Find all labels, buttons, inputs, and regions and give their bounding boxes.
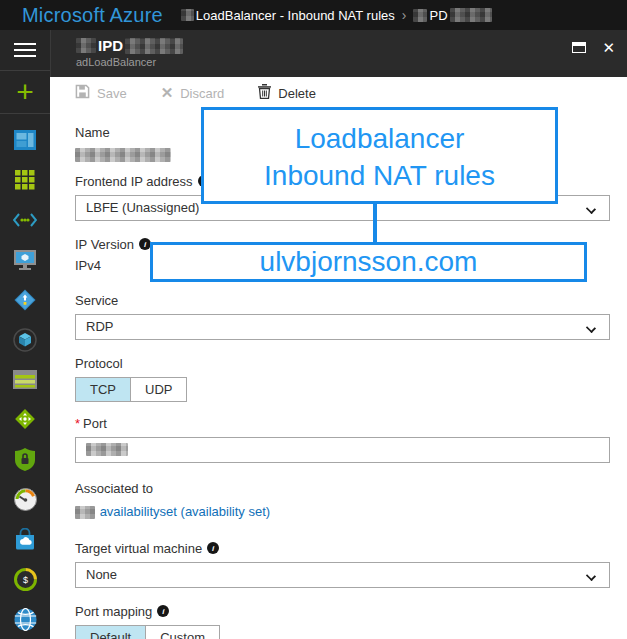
breadcrumb-current[interactable]: PD — [413, 8, 491, 23]
all-resources-grid-icon[interactable] — [0, 160, 50, 200]
command-bar: Save ✕ Discard Delete — [50, 77, 627, 109]
annotation-watermark: ulvbjornsson.com — [260, 246, 478, 277]
censored-block — [181, 9, 194, 21]
required-asterisk: * — [75, 416, 80, 431]
chevron-down-icon — [586, 322, 596, 332]
availability-set-link[interactable]: availabilityset (availability set) — [100, 504, 271, 519]
divider — [0, 113, 50, 114]
censored-block — [86, 443, 128, 456]
censored-block — [413, 9, 427, 22]
target-vm-select[interactable]: None — [75, 562, 610, 588]
trash-icon — [258, 84, 271, 102]
target-vm-label: Target virtual machine i — [75, 541, 610, 556]
blade-title: IPD — [76, 37, 627, 54]
menu-icon[interactable] — [0, 30, 50, 70]
top-bar: Microsoft Azure LoadBalancer - Inbound N… — [0, 0, 627, 30]
save-icon — [75, 84, 90, 102]
traffic-manager-diamond-icon[interactable] — [0, 399, 50, 439]
service-label: Service — [75, 293, 610, 308]
annotation-line2: Inbound NAT rules — [204, 157, 555, 194]
cost-management-icon[interactable]: $ — [0, 559, 50, 599]
port-input[interactable] — [75, 437, 610, 463]
censored-block — [450, 8, 492, 22]
security-center-shield-icon[interactable] — [0, 439, 50, 479]
port-mapping-label: Port mapping i — [75, 604, 610, 619]
dashboard-icon[interactable] — [0, 120, 50, 160]
censored-block — [75, 506, 95, 519]
discard-button[interactable]: ✕ Discard — [161, 84, 225, 102]
save-button[interactable]: Save — [75, 84, 127, 102]
protocol-toggle: TCP UDP — [75, 377, 187, 402]
svg-text:$: $ — [22, 575, 27, 585]
azure-brand[interactable]: Microsoft Azure — [22, 4, 163, 27]
chevron-down-icon — [586, 203, 596, 213]
virtual-machines-monitor-icon[interactable] — [0, 240, 50, 280]
annotation-connector-line — [373, 204, 377, 244]
cube-icon[interactable] — [0, 320, 50, 360]
sidebar: + $ — [0, 30, 50, 639]
subscriptions-window-icon[interactable] — [0, 360, 50, 400]
port-mapping-custom-button[interactable]: Custom — [145, 626, 219, 639]
breadcrumb: LoadBalancer - Inbound NAT rules › PD — [181, 7, 492, 23]
blade-header: IPD adLoadBalancer ✕ — [50, 30, 627, 77]
protocol-udp-button[interactable]: UDP — [130, 378, 186, 401]
annotation-watermark-box: ulvbjornsson.com — [150, 242, 587, 282]
info-icon[interactable]: i — [157, 605, 169, 617]
associated-to-value: availabilityset (availability set) — [75, 504, 610, 519]
maximize-icon[interactable] — [572, 42, 586, 53]
censored-block — [125, 38, 183, 54]
delete-button[interactable]: Delete — [258, 84, 316, 102]
marketplace-bag-icon[interactable] — [0, 519, 50, 559]
protocol-label: Protocol — [75, 356, 610, 371]
chevron-down-icon — [586, 571, 596, 581]
discard-x-icon: ✕ — [161, 84, 174, 102]
resource-groups-braces-icon[interactable] — [0, 200, 50, 240]
port-mapping-toggle: Default Custom — [75, 625, 220, 639]
port-label: * Port — [75, 416, 610, 431]
breadcrumb-separator: › — [402, 7, 407, 23]
annotation-title-box: Loadbalancer Inbound NAT rules — [201, 107, 558, 204]
virtual-network-globe-icon[interactable] — [0, 599, 50, 639]
new-plus-icon[interactable]: + — [0, 71, 50, 113]
breadcrumb-loadbalancer[interactable]: LoadBalancer - Inbound NAT rules — [181, 8, 395, 23]
annotation-line1: Loadbalancer — [204, 120, 555, 157]
monitor-gauge-icon[interactable] — [0, 479, 50, 519]
info-icon[interactable]: i — [207, 542, 219, 554]
censored-block — [76, 38, 96, 53]
censored-block — [75, 148, 171, 162]
service-select[interactable]: RDP — [75, 314, 610, 340]
close-icon[interactable]: ✕ — [602, 40, 615, 55]
protocol-tcp-button[interactable]: TCP — [76, 378, 130, 401]
blade-subtitle: adLoadBalancer — [76, 56, 627, 68]
port-mapping-default-button[interactable]: Default — [76, 626, 145, 639]
availability-set-diamond-icon[interactable] — [0, 280, 50, 320]
associated-to-label: Associated to — [75, 481, 610, 496]
